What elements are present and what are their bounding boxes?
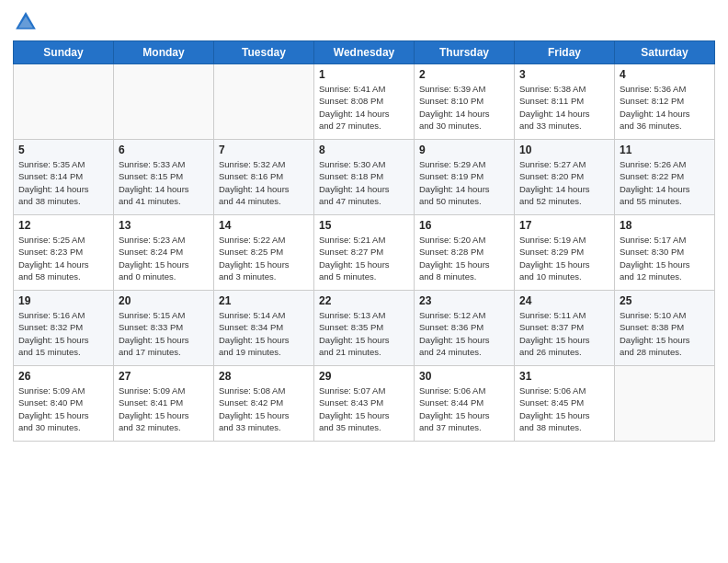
day-number: 31 bbox=[519, 370, 609, 383]
day-info: Sunrise: 5:15 AM Sunset: 8:33 PM Dayligh… bbox=[119, 309, 209, 358]
day-info: Sunrise: 5:11 AM Sunset: 8:37 PM Dayligh… bbox=[519, 309, 609, 358]
day-number: 13 bbox=[119, 219, 209, 232]
day-number: 2 bbox=[419, 68, 509, 81]
weekday-header-thursday: Thursday bbox=[415, 41, 515, 64]
page: SundayMondayTuesdayWednesdayThursdayFrid… bbox=[0, 0, 728, 563]
day-number: 26 bbox=[18, 370, 108, 383]
day-cell: 23Sunrise: 5:12 AM Sunset: 8:36 PM Dayli… bbox=[415, 291, 515, 366]
day-cell bbox=[214, 64, 314, 140]
day-cell: 24Sunrise: 5:11 AM Sunset: 8:37 PM Dayli… bbox=[515, 291, 615, 366]
day-info: Sunrise: 5:12 AM Sunset: 8:36 PM Dayligh… bbox=[419, 309, 509, 358]
day-number: 24 bbox=[519, 294, 609, 307]
day-info: Sunrise: 5:08 AM Sunset: 8:42 PM Dayligh… bbox=[219, 385, 309, 433]
day-info: Sunrise: 5:30 AM Sunset: 8:18 PM Dayligh… bbox=[319, 158, 409, 207]
weekday-header-friday: Friday bbox=[515, 41, 615, 64]
day-number: 4 bbox=[620, 68, 710, 81]
day-cell: 5Sunrise: 5:35 AM Sunset: 8:14 PM Daylig… bbox=[14, 140, 114, 215]
day-number: 19 bbox=[18, 294, 108, 307]
day-info: Sunrise: 5:10 AM Sunset: 8:38 PM Dayligh… bbox=[620, 309, 710, 358]
day-info: Sunrise: 5:20 AM Sunset: 8:28 PM Dayligh… bbox=[419, 234, 509, 282]
day-cell: 1Sunrise: 5:41 AM Sunset: 8:08 PM Daylig… bbox=[314, 64, 415, 140]
day-number: 29 bbox=[319, 370, 409, 383]
weekday-header-tuesday: Tuesday bbox=[214, 41, 314, 64]
week-row-1: 1Sunrise: 5:41 AM Sunset: 8:08 PM Daylig… bbox=[14, 64, 715, 140]
day-number: 6 bbox=[119, 144, 209, 156]
day-cell: 4Sunrise: 5:36 AM Sunset: 8:12 PM Daylig… bbox=[615, 64, 715, 140]
day-number: 5 bbox=[18, 144, 108, 156]
day-info: Sunrise: 5:06 AM Sunset: 8:44 PM Dayligh… bbox=[419, 385, 509, 433]
day-cell: 31Sunrise: 5:06 AM Sunset: 8:45 PM Dayli… bbox=[515, 366, 615, 442]
header bbox=[13, 9, 715, 35]
day-cell: 13Sunrise: 5:23 AM Sunset: 8:24 PM Dayli… bbox=[114, 215, 214, 291]
day-info: Sunrise: 5:07 AM Sunset: 8:43 PM Dayligh… bbox=[319, 385, 409, 433]
day-cell: 25Sunrise: 5:10 AM Sunset: 8:38 PM Dayli… bbox=[615, 291, 715, 366]
day-info: Sunrise: 5:26 AM Sunset: 8:22 PM Dayligh… bbox=[620, 158, 710, 207]
day-cell: 26Sunrise: 5:09 AM Sunset: 8:40 PM Dayli… bbox=[14, 366, 114, 442]
day-cell bbox=[14, 64, 114, 140]
day-number: 9 bbox=[419, 144, 509, 156]
day-info: Sunrise: 5:39 AM Sunset: 8:10 PM Dayligh… bbox=[419, 83, 509, 132]
day-cell: 10Sunrise: 5:27 AM Sunset: 8:20 PM Dayli… bbox=[515, 140, 615, 215]
day-cell: 17Sunrise: 5:19 AM Sunset: 8:29 PM Dayli… bbox=[515, 215, 615, 291]
weekday-header-sunday: Sunday bbox=[14, 41, 114, 64]
day-cell: 20Sunrise: 5:15 AM Sunset: 8:33 PM Dayli… bbox=[114, 291, 214, 366]
weekday-header-monday: Monday bbox=[114, 41, 214, 64]
logo-icon bbox=[13, 9, 39, 35]
day-info: Sunrise: 5:16 AM Sunset: 8:32 PM Dayligh… bbox=[18, 309, 108, 358]
day-cell: 8Sunrise: 5:30 AM Sunset: 8:18 PM Daylig… bbox=[314, 140, 415, 215]
week-row-4: 19Sunrise: 5:16 AM Sunset: 8:32 PM Dayli… bbox=[14, 291, 715, 366]
day-number: 22 bbox=[319, 294, 409, 307]
day-number: 20 bbox=[119, 294, 209, 307]
day-number: 14 bbox=[219, 219, 309, 232]
day-number: 17 bbox=[519, 219, 609, 232]
day-info: Sunrise: 5:35 AM Sunset: 8:14 PM Dayligh… bbox=[18, 158, 108, 207]
day-cell: 6Sunrise: 5:33 AM Sunset: 8:15 PM Daylig… bbox=[114, 140, 214, 215]
calendar: SundayMondayTuesdayWednesdayThursdayFrid… bbox=[13, 40, 715, 442]
day-cell: 27Sunrise: 5:09 AM Sunset: 8:41 PM Dayli… bbox=[114, 366, 214, 442]
week-row-3: 12Sunrise: 5:25 AM Sunset: 8:23 PM Dayli… bbox=[14, 215, 715, 291]
day-number: 3 bbox=[519, 68, 609, 81]
day-number: 1 bbox=[319, 68, 409, 81]
day-cell: 9Sunrise: 5:29 AM Sunset: 8:19 PM Daylig… bbox=[415, 140, 515, 215]
day-cell bbox=[114, 64, 214, 140]
day-cell: 3Sunrise: 5:38 AM Sunset: 8:11 PM Daylig… bbox=[515, 64, 615, 140]
day-number: 8 bbox=[319, 144, 409, 156]
day-info: Sunrise: 5:23 AM Sunset: 8:24 PM Dayligh… bbox=[119, 234, 209, 282]
day-cell: 29Sunrise: 5:07 AM Sunset: 8:43 PM Dayli… bbox=[314, 366, 415, 442]
day-info: Sunrise: 5:09 AM Sunset: 8:41 PM Dayligh… bbox=[119, 385, 209, 433]
day-cell: 16Sunrise: 5:20 AM Sunset: 8:28 PM Dayli… bbox=[415, 215, 515, 291]
day-info: Sunrise: 5:25 AM Sunset: 8:23 PM Dayligh… bbox=[18, 234, 108, 282]
day-info: Sunrise: 5:21 AM Sunset: 8:27 PM Dayligh… bbox=[319, 234, 409, 282]
weekday-header-saturday: Saturday bbox=[615, 41, 715, 64]
day-number: 25 bbox=[620, 294, 710, 307]
day-info: Sunrise: 5:13 AM Sunset: 8:35 PM Dayligh… bbox=[319, 309, 409, 358]
day-cell: 30Sunrise: 5:06 AM Sunset: 8:44 PM Dayli… bbox=[415, 366, 515, 442]
day-number: 11 bbox=[620, 144, 710, 156]
day-info: Sunrise: 5:27 AM Sunset: 8:20 PM Dayligh… bbox=[519, 158, 609, 207]
day-info: Sunrise: 5:38 AM Sunset: 8:11 PM Dayligh… bbox=[519, 83, 609, 132]
day-number: 27 bbox=[119, 370, 209, 383]
day-cell: 2Sunrise: 5:39 AM Sunset: 8:10 PM Daylig… bbox=[415, 64, 515, 140]
day-number: 12 bbox=[18, 219, 108, 232]
day-info: Sunrise: 5:33 AM Sunset: 8:15 PM Dayligh… bbox=[119, 158, 209, 207]
day-info: Sunrise: 5:06 AM Sunset: 8:45 PM Dayligh… bbox=[519, 385, 609, 433]
day-number: 15 bbox=[319, 219, 409, 232]
day-info: Sunrise: 5:17 AM Sunset: 8:30 PM Dayligh… bbox=[620, 234, 710, 282]
day-info: Sunrise: 5:14 AM Sunset: 8:34 PM Dayligh… bbox=[219, 309, 309, 358]
day-cell: 12Sunrise: 5:25 AM Sunset: 8:23 PM Dayli… bbox=[14, 215, 114, 291]
day-number: 16 bbox=[419, 219, 509, 232]
day-cell: 28Sunrise: 5:08 AM Sunset: 8:42 PM Dayli… bbox=[214, 366, 314, 442]
logo bbox=[13, 9, 42, 35]
day-info: Sunrise: 5:29 AM Sunset: 8:19 PM Dayligh… bbox=[419, 158, 509, 207]
day-number: 23 bbox=[419, 294, 509, 307]
weekday-header-row: SundayMondayTuesdayWednesdayThursdayFrid… bbox=[14, 41, 715, 64]
day-info: Sunrise: 5:19 AM Sunset: 8:29 PM Dayligh… bbox=[519, 234, 609, 282]
day-cell: 22Sunrise: 5:13 AM Sunset: 8:35 PM Dayli… bbox=[314, 291, 415, 366]
week-row-5: 26Sunrise: 5:09 AM Sunset: 8:40 PM Dayli… bbox=[14, 366, 715, 442]
day-number: 7 bbox=[219, 144, 309, 156]
week-row-2: 5Sunrise: 5:35 AM Sunset: 8:14 PM Daylig… bbox=[14, 140, 715, 215]
weekday-header-wednesday: Wednesday bbox=[314, 41, 415, 64]
day-cell: 7Sunrise: 5:32 AM Sunset: 8:16 PM Daylig… bbox=[214, 140, 314, 215]
day-cell bbox=[615, 366, 715, 442]
day-info: Sunrise: 5:09 AM Sunset: 8:40 PM Dayligh… bbox=[18, 385, 108, 433]
